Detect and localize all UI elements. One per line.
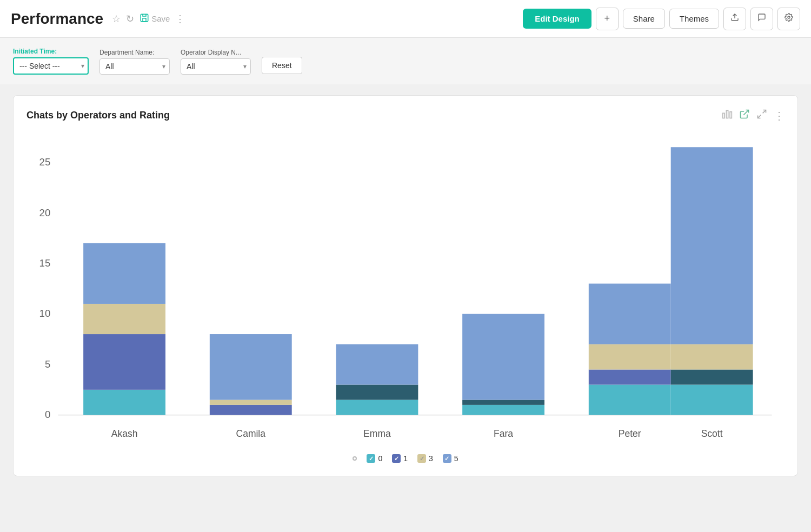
svg-line-5 — [763, 110, 766, 114]
message-icon — [757, 13, 766, 24]
operator-display-label: Operator Display N... — [181, 49, 251, 56]
share-button[interactable]: Share — [623, 9, 665, 29]
bar-akash-0 — [83, 390, 165, 415]
external-link-icon[interactable] — [739, 109, 750, 122]
main-content: Chats by Operators and Rating ⋮ 25 20 — [0, 84, 811, 487]
department-name-filter: Department Name: All — [99, 49, 170, 75]
refresh-icon[interactable]: ↻ — [126, 13, 134, 25]
svg-text:Scott: Scott — [701, 428, 723, 439]
save-label: Save — [151, 14, 170, 23]
svg-text:25: 25 — [39, 156, 51, 168]
legend-checkbox-0[interactable]: ✓ — [367, 454, 375, 463]
svg-text:10: 10 — [39, 308, 51, 319]
operator-display-select[interactable]: All — [181, 58, 251, 75]
chart-title: Chats by Operators and Rating — [26, 110, 170, 121]
svg-point-1 — [788, 16, 790, 18]
save-icon — [139, 13, 149, 24]
bar-scott-3 — [671, 344, 753, 370]
legend-label-5: 5 — [454, 454, 458, 463]
bar-akash-5 — [83, 243, 165, 304]
more-options-icon[interactable]: ⋮ — [175, 13, 185, 25]
header-actions: Edit Design + Share Themes — [523, 8, 800, 30]
bar-peter-0 — [589, 385, 671, 415]
svg-text:Fara: Fara — [494, 428, 513, 439]
initiated-time-filter: Initiated Time: --- Select --- — [13, 48, 89, 75]
bar-peter-5 — [589, 284, 671, 344]
bar-chart-icon[interactable] — [722, 109, 733, 122]
svg-rect-3 — [726, 110, 728, 118]
svg-text:Akash: Akash — [111, 428, 138, 439]
chart-card-header: Chats by Operators and Rating ⋮ — [26, 109, 785, 122]
operator-display-select-wrapper: All — [181, 58, 251, 75]
svg-text:0: 0 — [45, 409, 50, 420]
chart-area: 25 20 15 10 5 0 — [26, 128, 785, 445]
department-name-label: Department Name: — [99, 49, 170, 56]
department-name-select-wrapper: All — [99, 58, 170, 75]
star-icon[interactable]: ☆ — [112, 13, 121, 25]
chart-card-icons: ⋮ — [722, 109, 785, 122]
legend-checkbox-1[interactable]: ✓ — [392, 454, 401, 463]
legend-checkbox-3[interactable]: ✓ — [417, 454, 426, 463]
chart-svg: 25 20 15 10 5 0 — [26, 128, 785, 443]
bar-camila-5 — [210, 334, 292, 400]
legend-item-3: ✓ 3 — [417, 454, 433, 463]
svg-text:Peter: Peter — [619, 428, 641, 439]
svg-line-6 — [758, 115, 761, 118]
plus-icon: + — [604, 13, 610, 24]
bar-peter-3 — [589, 344, 671, 370]
legend-item-1: ✓ 1 — [392, 454, 408, 463]
svg-text:5: 5 — [45, 358, 50, 370]
themes-button[interactable]: Themes — [669, 9, 719, 29]
save-button[interactable]: Save — [139, 13, 170, 24]
bar-emma-5 — [336, 344, 418, 385]
svg-rect-2 — [723, 113, 724, 118]
legend-label-0: 0 — [378, 454, 382, 463]
svg-text:Emma: Emma — [363, 428, 391, 439]
svg-text:15: 15 — [39, 257, 51, 269]
svg-text:Camila: Camila — [236, 428, 266, 439]
export-icon — [730, 13, 739, 24]
reset-button[interactable]: Reset — [262, 57, 302, 74]
legend-label-3: 3 — [429, 454, 433, 463]
legend-dot-icon — [353, 456, 357, 461]
chart-legend: ✓ 0 ✓ 1 ✓ 3 ✓ 5 — [26, 454, 785, 463]
bar-emma-0 — [336, 400, 418, 415]
legend-item-0: ✓ 0 — [367, 454, 382, 463]
kebab-menu-icon[interactable]: ⋮ — [774, 109, 785, 122]
bar-camila-3 — [210, 400, 292, 405]
department-name-select[interactable]: All — [99, 58, 170, 75]
bar-peter-1 — [589, 369, 671, 384]
bar-camila-1 — [210, 405, 292, 415]
gear-icon — [785, 13, 793, 24]
edit-design-button[interactable]: Edit Design — [523, 9, 591, 29]
page-title: Performance — [11, 10, 103, 28]
operator-display-filter: Operator Display N... All — [181, 49, 251, 75]
legend-item-dot — [353, 456, 357, 461]
bar-fara-5 — [462, 314, 544, 400]
initiated-time-label: Initiated Time: — [13, 48, 89, 55]
settings-button[interactable] — [777, 8, 800, 30]
legend-label-1: 1 — [403, 454, 408, 463]
legend-checkbox-5[interactable]: ✓ — [443, 454, 451, 463]
bar-akash-1 — [83, 334, 165, 390]
header-icon-group: ☆ ↻ Save ⋮ — [112, 13, 185, 25]
svg-rect-4 — [730, 112, 732, 118]
bar-fara-0 — [462, 405, 544, 415]
bar-scott-0 — [671, 385, 753, 415]
add-button[interactable]: + — [596, 8, 619, 30]
header: Performance ☆ ↻ Save ⋮ Edit Design + Sha… — [0, 0, 811, 38]
expand-icon[interactable] — [756, 109, 767, 122]
svg-text:20: 20 — [39, 207, 51, 218]
filters-bar: Initiated Time: --- Select --- Departmen… — [0, 38, 811, 84]
bar-scott-5 — [671, 147, 753, 344]
bar-emma-1 — [336, 385, 418, 400]
initiated-time-select-wrapper: --- Select --- — [13, 57, 89, 75]
bar-scott-1 — [671, 369, 753, 384]
initiated-time-select[interactable]: --- Select --- — [13, 57, 89, 75]
legend-item-5: ✓ 5 — [443, 454, 458, 463]
bar-akash-3 — [83, 304, 165, 334]
export-button[interactable] — [723, 8, 746, 30]
bar-fara-1 — [462, 400, 544, 405]
message-button[interactable] — [750, 8, 773, 30]
chart-card: Chats by Operators and Rating ⋮ 25 20 — [13, 95, 798, 476]
